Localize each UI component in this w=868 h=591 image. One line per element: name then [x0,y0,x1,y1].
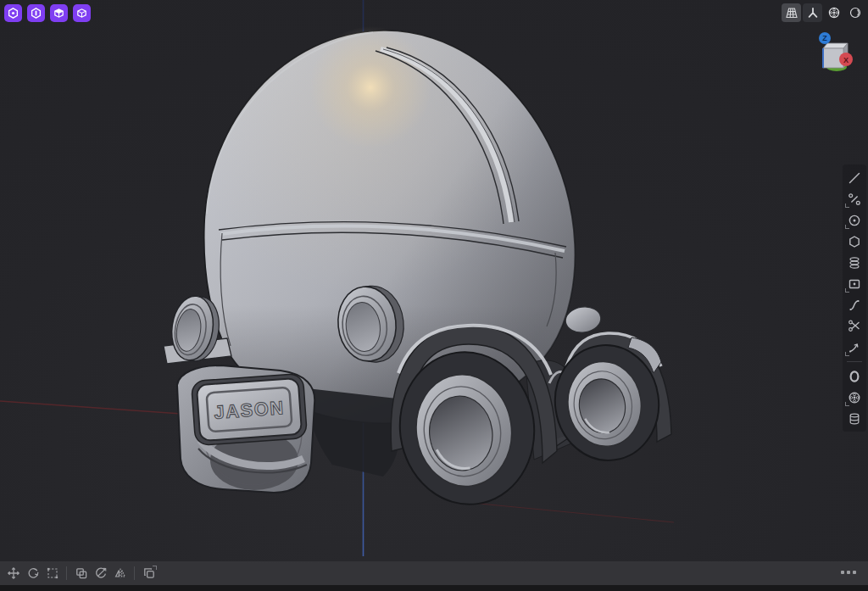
cylinder-tool-button[interactable] [844,408,865,429]
sphere-tool-button[interactable] [844,387,865,408]
move-icon [7,566,20,580]
cut-tool-button[interactable] [92,565,109,583]
solid-icon [75,7,88,20]
bottom-edge [0,585,868,591]
spline-icon [847,298,862,313]
line-icon [847,170,862,186]
line-tool-button[interactable] [844,167,865,188]
center-circle-tool-button[interactable] [844,209,865,231]
mirror-icon [114,566,127,580]
torus-icon [847,369,862,384]
scissors-icon [847,319,862,334]
gizmo-icon [806,6,820,20]
scale-tool-button[interactable] [43,565,61,583]
x-axis-line-right [471,503,674,522]
model-under-shadow [307,388,400,477]
sketch-toolbar [843,164,866,432]
orientation-cube[interactable]: Z X [817,31,856,73]
toggle-grid-button[interactable] [782,3,801,22]
mirror-tool-button[interactable] [111,565,129,583]
boolean-icon [75,566,88,580]
shading-mode-button[interactable] [845,3,865,22]
rotate-icon [26,566,40,580]
spiral-tool-button[interactable] [844,252,865,273]
wheel-icon [827,6,841,20]
spiral-icon [847,255,862,270]
navigation-wheel-button[interactable] [824,3,843,22]
model-egg-car[interactable]: JASON [164,26,671,513]
x-axis-badge[interactable]: X [839,53,853,66]
duplicate-tool-button[interactable] [140,565,158,583]
offset-curve-tool-button[interactable] [844,337,865,358]
selection-toolbar [4,4,91,22]
z-axis-badge[interactable]: Z [819,32,831,44]
svg-text:X: X [843,56,849,64]
trim-tool-button[interactable] [844,315,865,337]
select-vertex-button[interactable] [4,4,22,22]
toolbar-divider [134,566,135,580]
control-point-curve-tool-button[interactable] [844,188,865,209]
rotate-tool-button[interactable] [24,565,42,583]
vertex-icon [7,7,19,20]
viewport-canvas[interactable]: JASON [0,0,868,591]
spline-tool-button[interactable] [844,294,865,315]
face-icon [53,7,65,20]
select-solid-button[interactable] [73,4,91,22]
scale-icon [46,566,59,580]
cut-icon [94,566,108,580]
polygon-icon [847,234,862,249]
more-icon [841,571,844,574]
app-window: JASON [0,0,868,591]
select-edge-button[interactable] [27,4,45,22]
toggle-gizmo-button[interactable] [803,3,822,22]
svg-text:Z: Z [822,34,827,42]
grid-icon [785,6,798,20]
edge-icon [30,7,42,20]
transform-toolbar [0,561,868,585]
boolean-tool-button[interactable] [72,565,90,583]
torus-tool-button[interactable] [844,365,865,387]
center-rectangle-tool-button[interactable] [844,273,865,294]
move-tool-button[interactable] [4,565,22,583]
toolbar-divider [847,361,862,362]
cylinder-icon [847,411,862,427]
shading-icon [849,6,862,20]
more-options-button[interactable] [839,569,858,576]
model-license-plate[interactable]: JASON [192,373,308,445]
toolbar-divider [66,566,67,580]
view-toolbar [782,3,865,22]
select-face-button[interactable] [50,4,68,22]
polygon-tool-button[interactable] [844,231,865,252]
x-axis-line-left [0,401,193,415]
